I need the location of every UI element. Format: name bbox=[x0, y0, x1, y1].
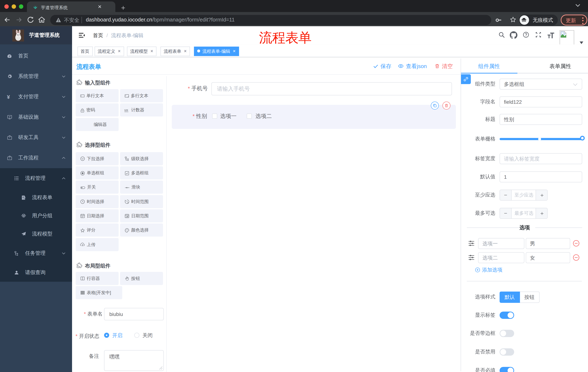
svg-text:123: 123 bbox=[124, 109, 128, 111]
